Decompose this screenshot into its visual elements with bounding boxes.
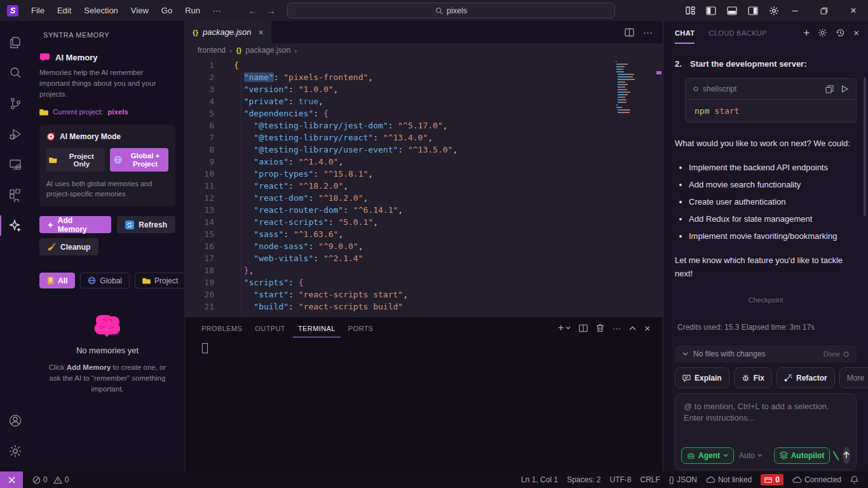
tab-problems[interactable]: PROBLEMS	[196, 319, 247, 337]
account-icon[interactable]	[0, 405, 31, 436]
code-line[interactable]: 3 "version": "1.0.0",	[185, 83, 663, 95]
eol-sequence[interactable]: CRLF	[636, 471, 665, 488]
toggle-panel-icon[interactable]	[727, 6, 737, 15]
menu-edit[interactable]: Edit	[51, 4, 77, 17]
tab-terminal[interactable]: TERMINAL	[293, 319, 341, 337]
language-mode[interactable]: {} JSON	[665, 471, 702, 488]
code-line[interactable]: 13 "react-router-dom": "^6.14.1",	[185, 204, 663, 216]
nav-back-icon[interactable]: ←	[248, 5, 257, 16]
window-restore-button[interactable]	[810, 0, 839, 21]
menu-selection[interactable]: Selection	[78, 4, 123, 17]
chat-input-box[interactable]: @ to mention, Ctrl+L to add a selection.…	[675, 393, 857, 470]
code-line[interactable]: 2 "name": "pixels-frontend",	[185, 71, 663, 83]
kill-terminal-trash-icon[interactable]	[596, 323, 604, 332]
chat-history-icon[interactable]	[836, 28, 845, 37]
code-line[interactable]: 14 "react-scripts": "5.0.1",	[185, 216, 663, 228]
menu-view[interactable]: View	[125, 4, 154, 17]
global-project-button[interactable]: Global + Project	[110, 148, 168, 172]
new-terminal-icon[interactable]: +	[558, 322, 564, 334]
notifications-bell[interactable]	[846, 471, 863, 488]
remote-explorer-icon[interactable]	[0, 149, 31, 180]
breadcrumb-file[interactable]: package.json	[245, 46, 290, 55]
extensions-icon[interactable]	[0, 180, 31, 210]
code-line[interactable]: 9 "axios": "^1.4.0",	[185, 156, 663, 168]
new-chat-icon[interactable]: +	[803, 27, 810, 39]
tab-close-icon[interactable]: ×	[259, 27, 264, 37]
code-line[interactable]: 5 "dependencies": {	[185, 107, 663, 119]
problems-status[interactable]: 0 0	[28, 471, 73, 488]
code-line[interactable]: 15 "sass": "^1.63.6",	[185, 228, 663, 240]
ai-memory-sidebar-icon[interactable]	[0, 210, 31, 241]
refresh-button[interactable]: Refresh	[117, 216, 175, 233]
chat-scrollbar[interactable]	[864, 78, 866, 216]
search-sidebar-icon[interactable]	[0, 58, 31, 88]
close-panel-icon[interactable]: ×	[644, 323, 650, 334]
code-line[interactable]: 20 "start": "react-scripts start",	[185, 288, 663, 301]
more-button[interactable]: More	[839, 367, 868, 388]
remote-indicator[interactable]	[0, 471, 23, 488]
manage-gear-icon[interactable]	[0, 436, 31, 466]
filter-global-chip[interactable]: Global	[80, 273, 130, 288]
code-line[interactable]: 8 "@testing-library/user-event": "^13.5.…	[185, 144, 663, 156]
terminal-dropdown-icon[interactable]	[566, 326, 571, 330]
code-line[interactable]: 18 },	[185, 264, 663, 276]
menu-run[interactable]: Run	[179, 4, 206, 17]
tab-output[interactable]: OUTPUT	[250, 319, 290, 337]
minimap[interactable]	[616, 61, 653, 114]
run-code-icon[interactable]	[841, 85, 848, 93]
chat-settings-gear-icon[interactable]	[818, 28, 827, 37]
code-line[interactable]: 10 "prop-types": "^15.8.1",	[185, 168, 663, 180]
breadcrumb-folder[interactable]: frontend	[198, 46, 226, 55]
code-editor[interactable]: 1{2 "name": "pixels-frontend",3 "version…	[185, 57, 663, 316]
model-auto-dropdown[interactable]: Auto	[739, 451, 763, 460]
menu-go[interactable]: Go	[156, 4, 178, 17]
code-line[interactable]: 6 "@testing-library/jest-dom": "^5.17.0"…	[185, 119, 663, 132]
encoding[interactable]: UTF-8	[606, 471, 636, 488]
window-close-button[interactable]: ×	[839, 0, 868, 21]
nav-forward-icon[interactable]: →	[266, 5, 276, 16]
copy-code-icon[interactable]	[825, 85, 834, 93]
menu-file[interactable]: File	[25, 4, 50, 17]
terminal-body[interactable]	[185, 339, 663, 471]
code-line[interactable]: 19 "scripts": {	[185, 276, 663, 288]
code-line[interactable]: 21 "build": "react-scripts build"	[185, 301, 663, 313]
toggle-secondary-sidebar-icon[interactable]	[748, 6, 758, 15]
settings-gear-icon[interactable]	[769, 6, 779, 16]
editor-more-actions-icon[interactable]: ···	[643, 27, 653, 37]
ports-badge[interactable]: 0	[756, 471, 788, 488]
code-line[interactable]: 4 "private": true,	[185, 95, 663, 107]
filter-all-chip[interactable]: All	[39, 273, 75, 288]
code-line[interactable]: 17 "web-vitals": "^2.1.4"	[185, 252, 663, 264]
fix-button[interactable]: Fix	[734, 367, 772, 388]
run-debug-icon[interactable]	[0, 119, 31, 149]
panel-more-actions-icon[interactable]: ···	[613, 323, 621, 333]
tab-cloud-backup[interactable]: CLOUD BACKUP	[709, 29, 767, 37]
tab-chat[interactable]: CHAT	[675, 22, 695, 44]
split-terminal-icon[interactable]	[579, 324, 588, 332]
code-line[interactable]: 11 "react": "^18.2.0",	[185, 180, 663, 192]
tab-package-json[interactable]: {} package.json ×	[185, 21, 271, 43]
send-button[interactable]	[843, 447, 850, 464]
window-minimize-button[interactable]: ─	[780, 0, 810, 21]
cloud-link-status[interactable]: Not linked	[702, 471, 756, 488]
connection-status[interactable]: Connected	[788, 471, 846, 488]
maximize-panel-icon[interactable]	[629, 326, 636, 330]
close-chat-icon[interactable]: ×	[853, 27, 859, 38]
code-line[interactable]: 7 "@testing-library/react": "^13.4.0",	[185, 132, 663, 144]
indentation[interactable]: Spaces: 2	[562, 471, 605, 488]
customize-layout-icon[interactable]	[686, 6, 695, 15]
code-line[interactable]: 16 "node-sass": "^9.0.0",	[185, 240, 663, 252]
filter-project-chip[interactable]: Project	[135, 273, 185, 288]
project-only-button[interactable]: Project Only	[46, 148, 105, 172]
overview-ruler[interactable]	[655, 57, 663, 316]
explain-button[interactable]: Explain	[675, 367, 729, 388]
code-snippet[interactable]: npm start	[686, 100, 856, 122]
command-search-input[interactable]: pixels	[287, 3, 615, 18]
autopilot-button[interactable]: Autopilot	[774, 447, 831, 464]
explorer-icon[interactable]	[0, 27, 31, 58]
add-memory-button[interactable]: + Add Memory	[39, 216, 111, 233]
split-editor-icon[interactable]	[625, 28, 634, 37]
source-control-icon[interactable]	[0, 88, 31, 119]
cursor-position[interactable]: Ln 1, Col 1	[517, 471, 562, 488]
cleanup-button[interactable]: Cleanup	[39, 238, 98, 255]
